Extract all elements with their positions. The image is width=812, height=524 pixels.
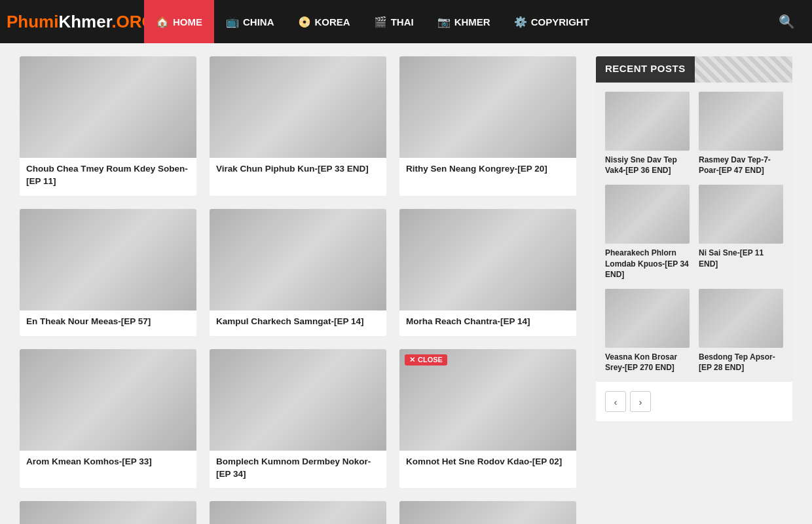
post-thumbnail bbox=[399, 209, 576, 310]
recent-post-title: Besdong Tep Apsor-[EP 28 END] bbox=[699, 352, 783, 373]
site-header: PhumiKhmer.ORG 🏠 HOME 📺 CHINA 📀 KOREA 🎬 … bbox=[0, 0, 812, 43]
nav-label-korea: KOREA bbox=[315, 16, 350, 28]
post-thumbnail bbox=[399, 56, 576, 158]
thai-icon: 🎬 bbox=[374, 16, 387, 28]
post-title: Virak Chun Piphub Kun-[EP 33 END] bbox=[210, 158, 386, 183]
nav-label-china: CHINA bbox=[243, 16, 274, 28]
recent-post-title: Nissiy Sne Dav Tep Vak4-[EP 36 END] bbox=[605, 155, 690, 176]
post-title: Rithy Sen Neang Kongrey-[EP 20] bbox=[399, 158, 576, 183]
post-thumbnail bbox=[20, 209, 196, 310]
china-icon: 📺 bbox=[226, 16, 239, 28]
post-card[interactable]: Virak Chun Piphub Kun-[EP 33 END] bbox=[210, 56, 386, 196]
recent-post-title: Rasmey Dav Tep-7-Poar-[EP 47 END] bbox=[699, 155, 783, 176]
khmer-icon: 📷 bbox=[437, 16, 451, 28]
nav-item-korea[interactable]: 📀 KOREA bbox=[286, 0, 362, 43]
post-card[interactable]: Choub Chea Tmey Roum Kdey Soben-[EP 11] bbox=[20, 56, 196, 196]
post-thumb-image bbox=[20, 56, 196, 158]
recent-post-thumbnail bbox=[605, 185, 690, 244]
post-card[interactable] bbox=[20, 501, 196, 524]
nav-label-thai: THAI bbox=[391, 16, 414, 28]
main-content: Choub Chea Tmey Roum Kdey Soben-[EP 11]V… bbox=[20, 56, 576, 524]
post-thumbnail bbox=[210, 56, 386, 158]
post-thumbnail bbox=[399, 501, 576, 524]
recent-post-card[interactable]: Ni Sai Sne-[EP 11 END] bbox=[699, 185, 783, 280]
post-thumbnail: ✕ CLOSE bbox=[399, 349, 576, 451]
post-thumb-image bbox=[20, 209, 196, 310]
post-thumbnail bbox=[210, 501, 386, 524]
main-nav: 🏠 HOME 📺 CHINA 📀 KOREA 🎬 THAI 📷 KHMER ⚙️… bbox=[144, 0, 768, 43]
recent-post-card[interactable]: Rasmey Dav Tep-7-Poar-[EP 47 END] bbox=[699, 92, 783, 176]
close-badge[interactable]: ✕ CLOSE bbox=[405, 354, 447, 365]
post-thumbnail bbox=[210, 349, 386, 451]
post-thumb-image bbox=[210, 349, 386, 451]
recent-post-title: Phearakech Phlorn Lomdab Kpuos-[EP 34 EN… bbox=[605, 248, 690, 280]
post-thumb-image bbox=[20, 349, 196, 451]
post-card[interactable]: Morha Reach Chantra-[EP 14] bbox=[399, 209, 576, 336]
posts-grid: Choub Chea Tmey Roum Kdey Soben-[EP 11]V… bbox=[20, 56, 576, 524]
recent-post-card[interactable]: Veasna Kon Brosar Srey-[EP 270 END] bbox=[605, 289, 690, 373]
nav-item-copyright[interactable]: ⚙️ COPYRIGHT bbox=[502, 0, 601, 43]
nav-label-home: HOME bbox=[173, 16, 202, 28]
post-title: En Theak Nour Meeas-[EP 57] bbox=[20, 310, 196, 336]
post-title: Morha Reach Chantra-[EP 14] bbox=[399, 310, 576, 336]
recent-post-thumbnail bbox=[605, 92, 690, 151]
korea-icon: 📀 bbox=[298, 16, 311, 28]
post-card[interactable] bbox=[399, 501, 576, 524]
post-card[interactable]: Rithy Sen Neang Kongrey-[EP 20] bbox=[399, 56, 576, 196]
post-title: Bomplech Kumnom Dermbey Nokor-[EP 34] bbox=[210, 451, 386, 489]
site-logo[interactable]: PhumiKhmer.ORG bbox=[7, 12, 144, 32]
post-card[interactable]: ✕ CLOSEKomnot Het Sne Rodov Kdao-[EP 02] bbox=[399, 349, 576, 489]
post-thumb-image bbox=[399, 209, 576, 310]
page-wrapper: Choub Chea Tmey Roum Kdey Soben-[EP 11]V… bbox=[0, 43, 812, 524]
prev-page-button[interactable]: ‹ bbox=[605, 391, 626, 412]
recent-post-card[interactable]: Besdong Tep Apsor-[EP 28 END] bbox=[699, 289, 783, 373]
recent-post-card[interactable]: Nissiy Sne Dav Tep Vak4-[EP 36 END] bbox=[605, 92, 690, 176]
post-thumbnail bbox=[210, 209, 386, 310]
post-thumb-image bbox=[20, 501, 196, 524]
post-thumbnail bbox=[20, 56, 196, 158]
home-icon: 🏠 bbox=[156, 16, 169, 28]
recent-posts-header: RECENT POSTS bbox=[596, 56, 695, 83]
copyright-icon: ⚙️ bbox=[514, 16, 527, 28]
post-thumbnail bbox=[20, 501, 196, 524]
nav-item-china[interactable]: 📺 CHINA bbox=[214, 0, 286, 43]
post-card[interactable]: En Theak Nour Meeas-[EP 57] bbox=[20, 209, 196, 336]
search-button[interactable]: 🔍 bbox=[768, 14, 805, 29]
sidebar: RECENT POSTS Nissiy Sne Dav Tep Vak4-[EP… bbox=[596, 56, 792, 524]
post-thumb-image bbox=[210, 501, 386, 524]
recent-post-thumbnail bbox=[699, 289, 783, 348]
post-card[interactable]: Kampul Charkech Samngat-[EP 14] bbox=[210, 209, 386, 336]
post-title: Choub Chea Tmey Roum Kdey Soben-[EP 11] bbox=[20, 158, 196, 196]
recent-post-thumbnail bbox=[699, 92, 783, 151]
next-page-button[interactable]: › bbox=[630, 391, 651, 412]
post-title: Komnot Het Sne Rodov Kdao-[EP 02] bbox=[399, 451, 576, 476]
nav-label-copyright: COPYRIGHT bbox=[531, 16, 589, 28]
nav-item-home[interactable]: 🏠 HOME bbox=[144, 0, 214, 43]
post-thumb-image bbox=[210, 56, 386, 158]
post-thumb-image bbox=[210, 209, 386, 310]
nav-item-thai[interactable]: 🎬 THAI bbox=[362, 0, 426, 43]
post-card[interactable]: Arom Kmean Komhos-[EP 33] bbox=[20, 349, 196, 489]
post-thumbnail bbox=[20, 349, 196, 451]
post-title: Arom Kmean Komhos-[EP 33] bbox=[20, 451, 196, 476]
sidebar-stripe bbox=[695, 56, 792, 83]
post-thumb-image bbox=[399, 56, 576, 158]
nav-label-khmer: KHMER bbox=[454, 16, 490, 28]
post-card[interactable]: Bomplech Kumnom Dermbey Nokor-[EP 34] bbox=[210, 349, 386, 489]
post-title: Kampul Charkech Samngat-[EP 14] bbox=[210, 310, 386, 336]
recent-post-title: Ni Sai Sne-[EP 11 END] bbox=[699, 248, 783, 269]
logo-phumi: Phumi bbox=[7, 12, 58, 31]
pagination: ‹ › bbox=[596, 382, 792, 421]
logo-khmer: Khmer bbox=[58, 12, 111, 31]
recent-post-thumbnail bbox=[605, 289, 690, 348]
recent-posts-grid: Nissiy Sne Dav Tep Vak4-[EP 36 END]Rasme… bbox=[596, 83, 792, 382]
recent-posts-section: RECENT POSTS Nissiy Sne Dav Tep Vak4-[EP… bbox=[596, 56, 792, 421]
nav-item-khmer[interactable]: 📷 KHMER bbox=[426, 0, 502, 43]
post-thumb-image bbox=[399, 501, 576, 524]
post-card[interactable] bbox=[210, 501, 386, 524]
recent-post-thumbnail bbox=[699, 185, 783, 244]
recent-post-title: Veasna Kon Brosar Srey-[EP 270 END] bbox=[605, 352, 690, 373]
recent-post-card[interactable]: Phearakech Phlorn Lomdab Kpuos-[EP 34 EN… bbox=[605, 185, 690, 280]
close-label: CLOSE bbox=[418, 356, 443, 364]
